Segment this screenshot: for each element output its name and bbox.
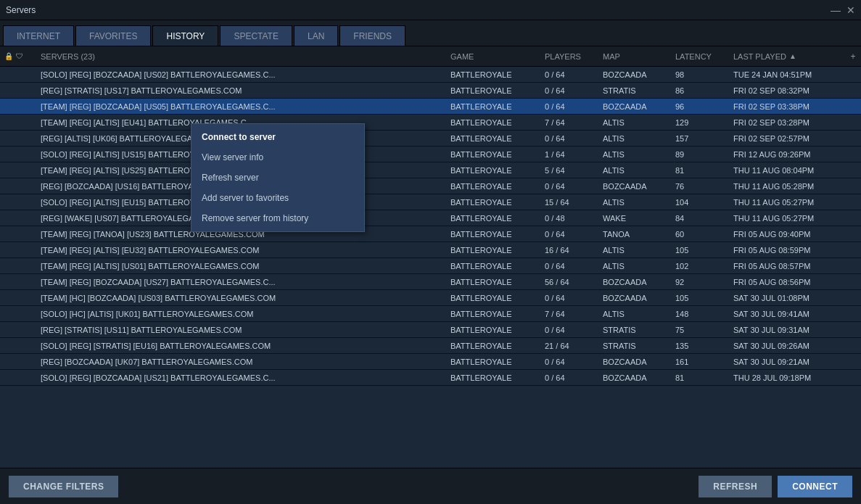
server-latency: 76 bbox=[671, 182, 729, 191]
server-game: battleroyale bbox=[446, 182, 540, 191]
server-map: altis bbox=[598, 134, 671, 143]
header-map[interactable]: MAP bbox=[598, 52, 671, 61]
table-row[interactable]: [TEAM] [REG] [Tanoa] [US23] battleroyale… bbox=[0, 226, 861, 242]
server-latency: 129 bbox=[671, 118, 729, 127]
server-name: [REG] [Stratis] [US17] battleroyalegames… bbox=[36, 86, 446, 95]
server-game: battleroyale bbox=[446, 70, 540, 79]
table-row[interactable]: [REG] [Stratis] [US17] battleroyalegames… bbox=[0, 83, 861, 99]
server-map: altis bbox=[598, 310, 671, 318]
context-menu-item-addfav[interactable]: Add server to favorites bbox=[191, 188, 364, 208]
server-map: altis bbox=[598, 150, 671, 159]
server-players: 0 / 64 bbox=[540, 326, 598, 334]
header-add[interactable]: + bbox=[845, 51, 861, 62]
server-lastplayed: Fri 05 Aug 08:59pm bbox=[729, 246, 845, 255]
server-latency: 105 bbox=[671, 294, 729, 302]
table-row[interactable]: [SOLO] [HC] [Altis] [UK01] battleroyaleg… bbox=[0, 306, 861, 322]
refresh-button[interactable]: REFRESH bbox=[699, 476, 772, 497]
table-row[interactable]: [REG] [Wake] [US07] battleroyalegames.co… bbox=[0, 210, 861, 226]
context-menu-item-refresh[interactable]: Refresh server bbox=[191, 168, 364, 188]
server-map: stratis bbox=[598, 326, 671, 334]
server-players: 15 / 64 bbox=[540, 198, 598, 207]
server-lastplayed: Thu 11 Aug 05:28pm bbox=[729, 182, 845, 191]
server-latency: 102 bbox=[671, 262, 729, 270]
server-game: battleroyale bbox=[446, 246, 540, 255]
server-name: [SOLO] [REG] [Bozcaada] [US02] battleroy… bbox=[36, 70, 446, 79]
table-row[interactable]: [TEAM] [REG] [Altis] [EU41] battleroyale… bbox=[0, 115, 861, 131]
server-players: 0 / 64 bbox=[540, 102, 598, 111]
table-row[interactable]: [TEAM] [REG] [Bozcaada] [US27] battleroy… bbox=[0, 274, 861, 290]
tab-favorites[interactable]: FAVORITES bbox=[75, 25, 151, 46]
server-lastplayed: Sat 30 Jul 01:08pm bbox=[729, 294, 845, 302]
server-map: tanoa bbox=[598, 230, 671, 239]
table-row[interactable]: [SOLO] [REG] [Bozcaada] [US21] battleroy… bbox=[0, 370, 861, 386]
server-players: 0 / 64 bbox=[540, 86, 598, 95]
server-lastplayed: Fri 02 Sep 03:28pm bbox=[729, 118, 845, 127]
tab-spectate[interactable]: SPECTATE bbox=[220, 25, 292, 46]
tab-lan[interactable]: LAN bbox=[294, 25, 338, 46]
header-latency[interactable]: LATENCY bbox=[671, 52, 729, 61]
context-menu-item-connect[interactable]: Connect to server bbox=[191, 127, 364, 147]
table-row[interactable]: [TEAM] [REG] [Altis] [EU32] battleroyale… bbox=[0, 242, 861, 258]
table-row[interactable]: [REG] [Bozcaada] [UK07] battleroyalegame… bbox=[0, 354, 861, 370]
server-game: battleroyale bbox=[446, 262, 540, 270]
server-players: 5 / 64 bbox=[540, 166, 598, 175]
server-game: battleroyale bbox=[446, 230, 540, 239]
server-latency: 86 bbox=[671, 86, 729, 95]
server-game: battleroyale bbox=[446, 214, 540, 223]
server-players: 0 / 64 bbox=[540, 182, 598, 191]
server-lastplayed: Fri 02 Sep 02:57pm bbox=[729, 134, 845, 143]
context-menu-item-removehist[interactable]: Remove server from history bbox=[191, 208, 364, 228]
table-row[interactable]: [SOLO] [REG] [Altis] [US15] battleroyale… bbox=[0, 146, 861, 162]
server-game: battleroyale bbox=[446, 373, 540, 382]
tab-history[interactable]: HISTORY bbox=[152, 25, 218, 46]
server-list: [SOLO] [REG] [Bozcaada] [US02] battleroy… bbox=[0, 67, 861, 406]
header-lastplayed[interactable]: LAST PLAYED ▲ bbox=[729, 52, 845, 61]
table-row[interactable]: [TEAM] [REG] [Altis] [US25] battleroyale… bbox=[0, 162, 861, 178]
table-row[interactable]: [REG] [Stratis] [US11] battleroyalegames… bbox=[0, 322, 861, 338]
server-game: battleroyale bbox=[446, 102, 540, 111]
close-button[interactable]: ✕ bbox=[846, 5, 855, 15]
context-menu: Connect to serverView server infoRefresh… bbox=[191, 123, 365, 232]
server-lastplayed: Sat 30 Jul 09:31am bbox=[729, 326, 845, 334]
server-latency: 96 bbox=[671, 102, 729, 111]
server-lastplayed: Sat 30 Jul 09:26am bbox=[729, 342, 845, 350]
context-menu-item-viewinfo[interactable]: View server info bbox=[191, 147, 364, 168]
server-game: battleroyale bbox=[446, 150, 540, 159]
server-lastplayed: Fri 02 Sep 03:38pm bbox=[729, 102, 845, 111]
server-latency: 98 bbox=[671, 70, 729, 79]
server-lastplayed: Fri 05 Aug 09:40pm bbox=[729, 230, 845, 239]
server-lastplayed: Thu 11 Aug 05:27pm bbox=[729, 198, 845, 207]
server-name: [REG] [Stratis] [US11] battleroyalegames… bbox=[36, 326, 446, 334]
server-players: 0 / 64 bbox=[540, 358, 598, 366]
minimize-button[interactable]: — bbox=[831, 5, 841, 15]
window-controls: — ✕ bbox=[831, 5, 855, 15]
table-row[interactable]: [TEAM] [REG] [Altis] [US01] battleroyale… bbox=[0, 258, 861, 274]
server-map: stratis bbox=[598, 86, 671, 95]
server-name: [SOLO] [REG] [Bozcaada] [US21] battleroy… bbox=[36, 373, 446, 382]
server-map: altis bbox=[598, 118, 671, 127]
server-players: 1 / 64 bbox=[540, 150, 598, 159]
server-map: bozcaada bbox=[598, 294, 671, 302]
server-game: battleroyale bbox=[446, 342, 540, 350]
server-name: [SOLO] [REG] [Stratis] [EU16] battleroya… bbox=[36, 342, 446, 350]
change-filters-button[interactable]: CHANGE FILTERS bbox=[9, 476, 118, 497]
tab-friends[interactable]: FRIENDS bbox=[339, 25, 405, 46]
table-row[interactable]: [REG] [Bozcaada] [US16] battleroyalegame… bbox=[0, 178, 861, 194]
server-lastplayed: Fri 12 Aug 09:26pm bbox=[729, 150, 845, 159]
table-row[interactable]: [REG] [Altis] [UK06] battleroyalegames.c… bbox=[0, 131, 861, 146]
header-game[interactable]: GAME bbox=[446, 52, 540, 61]
table-row[interactable]: [SOLO] [REG] [Altis] [EU15] battleroyale… bbox=[0, 194, 861, 210]
table-row[interactable]: [TEAM] [HC] [Bozcaada] [US03] battleroya… bbox=[0, 290, 861, 306]
header-players[interactable]: PLAYERS bbox=[540, 52, 598, 61]
table-row[interactable]: [TEAM] [REG] [Bozcaada] [US05] battleroy… bbox=[0, 99, 861, 115]
connect-button[interactable]: CONNECT bbox=[778, 476, 852, 497]
server-name: [TEAM] [HC] [Bozcaada] [US03] battleroya… bbox=[36, 294, 446, 302]
server-players: 56 / 64 bbox=[540, 278, 598, 286]
server-latency: 104 bbox=[671, 198, 729, 207]
table-row[interactable]: [SOLO] [REG] [Bozcaada] [US02] battleroy… bbox=[0, 67, 861, 83]
tab-bar: INTERNETFAVORITESHISTORYSPECTATELANFRIEN… bbox=[0, 20, 861, 46]
server-latency: 157 bbox=[671, 134, 729, 143]
table-row[interactable]: [SOLO] [REG] [Stratis] [EU16] battleroya… bbox=[0, 338, 861, 354]
tab-internet[interactable]: INTERNET bbox=[3, 25, 74, 46]
header-servers[interactable]: SERVERS (23) bbox=[36, 52, 446, 61]
